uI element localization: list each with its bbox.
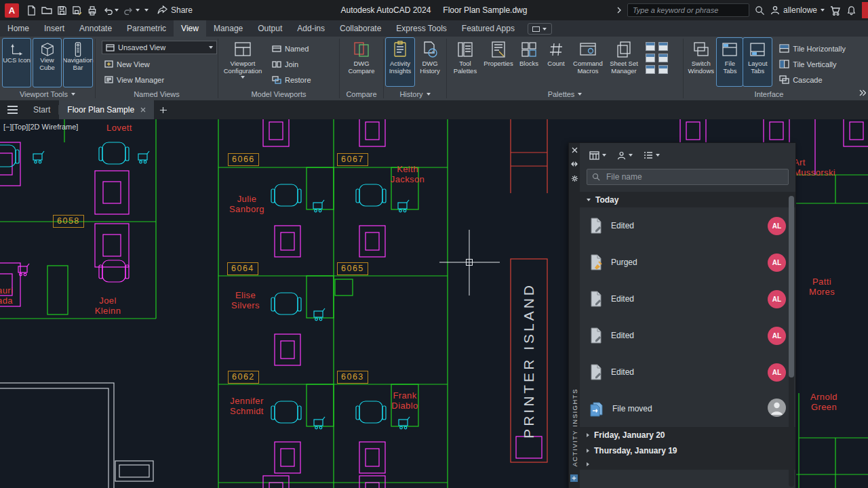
- help-search-box[interactable]: [627, 3, 749, 17]
- sheet-set-manager-button[interactable]: Sheet Set Manager: [607, 38, 641, 86]
- undo-button[interactable]: [100, 3, 121, 18]
- new-file-button[interactable]: [24, 3, 39, 18]
- user-badge[interactable]: AL: [768, 253, 786, 272]
- cascade-button[interactable]: Cascade: [776, 72, 848, 87]
- file-tabs-button[interactable]: File Tabs: [717, 38, 743, 86]
- user-badge[interactable]: AL: [768, 290, 786, 308]
- palette-mini-toggle[interactable]: [658, 54, 668, 62]
- share-button[interactable]: Share: [157, 5, 193, 15]
- qat-customize-caret[interactable]: [142, 3, 151, 18]
- command-macros-button[interactable]: Command Macros: [570, 38, 606, 86]
- palette-mini-toggle[interactable]: [646, 42, 655, 51]
- new-tab-button[interactable]: [154, 100, 172, 119]
- file-name-search-box[interactable]: [587, 169, 789, 185]
- layout-tabs-button[interactable]: Layout Tabs: [743, 38, 772, 86]
- tab-output[interactable]: Output: [250, 20, 290, 37]
- ribbon-overflow-chevron[interactable]: [859, 87, 866, 99]
- restore-viewport-button[interactable]: Restore: [269, 72, 314, 87]
- gear-icon[interactable]: [571, 175, 578, 182]
- palette-mini-toggle[interactable]: [646, 54, 655, 62]
- viewport-configuration-button[interactable]: Viewport Configuration: [220, 38, 265, 86]
- save-as-button[interactable]: [70, 3, 84, 18]
- auto-hide-icon[interactable]: [571, 161, 578, 167]
- tab-manage[interactable]: Manage: [206, 20, 250, 37]
- panel-name-palettes[interactable]: Palettes: [447, 89, 683, 100]
- tab-express-tools[interactable]: Express Tools: [389, 20, 454, 37]
- switch-windows-button[interactable]: Switch Windows: [686, 38, 716, 86]
- autocad-logo[interactable]: A: [5, 3, 19, 18]
- menu-hamburger-icon[interactable]: [7, 106, 18, 114]
- user-badge[interactable]: AL: [768, 217, 786, 235]
- dwg-history-button[interactable]: DWG History: [416, 38, 444, 86]
- save-button[interactable]: [55, 3, 69, 18]
- anonymous-avatar[interactable]: [768, 399, 786, 419]
- section-header-thursday[interactable]: Thursday, January 19: [580, 443, 795, 458]
- new-view-button[interactable]: New View: [102, 56, 217, 72]
- plot-button[interactable]: [85, 3, 100, 18]
- tile-horizontally-button[interactable]: Tile Horizontally: [776, 41, 848, 56]
- tab-start[interactable]: Start: [25, 100, 58, 119]
- panel-name-history[interactable]: History: [384, 89, 446, 100]
- palette-settings-icon[interactable]: [570, 473, 578, 485]
- tab-insert[interactable]: Insert: [37, 20, 72, 37]
- ribbon-display-toggle[interactable]: [528, 23, 552, 35]
- activity-insights-button[interactable]: Activity Insights: [386, 38, 414, 86]
- tab-parametric[interactable]: Parametric: [119, 20, 174, 37]
- view-cube-button[interactable]: View Cube: [33, 39, 61, 87]
- help-search-input[interactable]: [631, 5, 745, 15]
- activity-item[interactable]: Edited AL: [580, 317, 795, 354]
- redo-button[interactable]: [121, 3, 142, 18]
- view-mode-dropdown[interactable]: [589, 151, 606, 160]
- tool-palettes-button[interactable]: Tool Palettes: [449, 38, 481, 86]
- properties-button[interactable]: Properties: [482, 38, 515, 86]
- user-badge[interactable]: AL: [768, 327, 786, 345]
- tab-collaborate[interactable]: Collaborate: [332, 20, 389, 37]
- palette-scrollbar[interactable]: [789, 195, 794, 487]
- viewport-controls[interactable]: [−][Top][2D Wireframe]: [3, 123, 78, 131]
- crosshair-cursor: [439, 230, 500, 296]
- tab-home[interactable]: Home: [0, 20, 37, 37]
- collapse-chevron-icon[interactable]: [616, 7, 622, 14]
- share-label: Share: [171, 5, 193, 15]
- user-filter-dropdown[interactable]: [617, 151, 633, 160]
- tab-view[interactable]: View: [174, 20, 206, 37]
- cart-icon[interactable]: [830, 5, 841, 16]
- named-view-dropdown[interactable]: Unsaved View: [102, 41, 217, 54]
- open-button[interactable]: [39, 3, 54, 18]
- palette-mini-toggle[interactable]: [658, 65, 668, 74]
- tab-featured-apps[interactable]: Featured Apps: [454, 20, 522, 37]
- tab-annotate[interactable]: Annotate: [72, 20, 119, 37]
- activity-item[interactable]: Purged AL: [580, 244, 795, 281]
- event-filter-dropdown[interactable]: [644, 151, 660, 159]
- bell-icon[interactable]: [846, 5, 856, 16]
- blocks-icon: [520, 41, 538, 58]
- search-icon[interactable]: [755, 5, 765, 16]
- tab-floor-plan-sample[interactable]: Floor Plan Sample: [59, 100, 154, 119]
- tile-vertically-button[interactable]: Tile Vertically: [776, 56, 848, 72]
- user-badge[interactable]: AL: [768, 363, 786, 382]
- palette-mini-toggle[interactable]: [646, 65, 655, 74]
- panel-name-viewport-tools[interactable]: Viewport Tools: [0, 89, 95, 100]
- close-icon[interactable]: [572, 147, 578, 153]
- blocks-button[interactable]: Blocks: [515, 38, 542, 86]
- activity-item[interactable]: Edited AL: [580, 354, 795, 390]
- palette-mini-toggle[interactable]: [658, 42, 668, 51]
- view-manager-button[interactable]: View Manager: [102, 72, 217, 87]
- file-name-search-input[interactable]: [605, 171, 783, 182]
- ucs-icon-button[interactable]: UCS Icon: [3, 39, 31, 87]
- section-header-friday[interactable]: Friday, January 20: [580, 427, 795, 443]
- signed-in-user[interactable]: allenlowe: [770, 5, 825, 15]
- dwg-compare-button[interactable]: DWG Compare: [342, 38, 380, 86]
- scrollbar-thumb[interactable]: [789, 196, 794, 378]
- count-button[interactable]: Count: [543, 38, 569, 86]
- activity-item[interactable]: Edited AL: [580, 281, 795, 317]
- section-header-partial[interactable]: [580, 458, 795, 470]
- navigation-bar-button[interactable]: Navigation Bar: [64, 39, 92, 87]
- tab-addins[interactable]: Add-ins: [290, 20, 332, 37]
- activity-item[interactable]: Edited AL: [580, 207, 795, 244]
- close-tab-icon[interactable]: [140, 107, 146, 113]
- activity-item[interactable]: File moved: [580, 390, 795, 427]
- named-viewport-button[interactable]: Named: [269, 41, 314, 56]
- section-header-today[interactable]: Today: [580, 192, 795, 207]
- join-viewport-button[interactable]: Join: [269, 56, 314, 72]
